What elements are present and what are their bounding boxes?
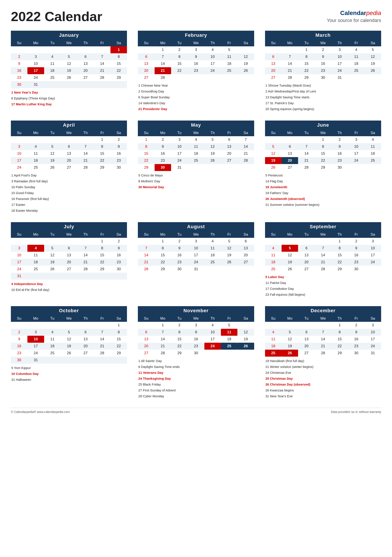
day-cell: 29: [111, 350, 127, 357]
day-cell: 7: [315, 329, 331, 336]
day-cell: [204, 350, 221, 357]
day-cell: 10: [331, 53, 348, 60]
day-cell: 19: [265, 157, 281, 164]
day-cell: 25: [365, 157, 381, 164]
day-cell: 10: [204, 53, 221, 60]
day-cell: 24: [348, 157, 364, 164]
dow-header: Su: [138, 40, 154, 46]
day-cell: 14: [298, 150, 315, 157]
day-cell: 24: [11, 164, 27, 171]
week-row: 20212223242526: [138, 343, 254, 350]
week-row: 23242526272829: [11, 74, 127, 81]
holiday-item: 20 Juneteenth (observed): [265, 196, 381, 202]
day-cell: 31: [188, 266, 204, 273]
day-cell: [61, 136, 77, 143]
day-cell: 29: [331, 350, 348, 357]
day-cell: [61, 46, 77, 53]
day-cell: [365, 266, 381, 273]
day-cell: 13: [265, 60, 281, 67]
day-cell: 21: [155, 67, 171, 74]
day-cell: 13: [237, 245, 254, 252]
day-cell: 10: [365, 329, 381, 336]
week-row: 2728: [138, 74, 254, 81]
day-cell: [298, 238, 315, 245]
dow-header: Th: [331, 130, 348, 136]
holiday-item: 26 Christmas Day (observed): [265, 381, 381, 387]
day-cell: 16: [315, 60, 331, 67]
day-cell: 28: [281, 74, 298, 81]
day-cell: 29: [111, 74, 127, 81]
day-cell: 11: [44, 336, 61, 343]
day-cell: 3: [331, 46, 348, 53]
holiday-item: 5 Cinco de Mayo: [138, 172, 254, 178]
week-row: 31: [11, 273, 127, 279]
cal-table-may: MaySuMoTuWeThFrSa12345678910111213141516…: [138, 121, 254, 171]
day-cell: 11: [204, 245, 221, 252]
holiday-item: 6 Daylight Saving Time ends: [138, 364, 254, 370]
day-cell: 9: [188, 329, 204, 336]
day-cell: 15: [171, 336, 188, 343]
holiday-item: 4 Independence Day: [11, 281, 127, 287]
day-cell: 13: [281, 150, 298, 157]
day-cell: 9: [11, 60, 27, 67]
day-cell: [44, 238, 61, 245]
dow-header: Tu: [171, 40, 188, 46]
dow-header: Mo: [281, 130, 298, 136]
day-cell: 26: [281, 266, 298, 273]
holiday-item: 5 Labor Day: [265, 274, 381, 280]
day-cell: 7: [94, 53, 111, 60]
day-cell: 23: [111, 157, 127, 164]
day-cell: 12: [237, 329, 254, 336]
dow-header: Tu: [44, 231, 61, 238]
day-cell: 16: [331, 150, 348, 157]
day-cell: 27: [237, 259, 254, 266]
day-cell: [237, 266, 254, 273]
dow-header: We: [315, 315, 331, 322]
day-cell: 7: [94, 329, 111, 336]
dow-header: Fr: [94, 40, 111, 46]
cal-table-august: AugustSuMoTuWeThFrSa12345678910111213141…: [138, 222, 254, 273]
week-row: 123456: [138, 238, 254, 245]
dow-header: Th: [77, 130, 94, 136]
day-cell: [138, 238, 154, 245]
day-cell: 14: [77, 150, 94, 157]
day-cell: 14: [281, 60, 298, 67]
day-cell: 23: [188, 343, 204, 350]
day-cell: 31: [27, 357, 44, 364]
dow-header: Fr: [221, 231, 237, 238]
day-cell: 28: [94, 350, 111, 357]
day-cell: 22: [94, 157, 111, 164]
day-cell: 29: [94, 164, 111, 171]
day-cell: 25: [188, 157, 204, 164]
day-cell: 13: [61, 150, 77, 157]
day-cell: 2: [348, 238, 364, 245]
day-cell: [265, 136, 281, 143]
dow-header: Th: [331, 315, 348, 322]
day-cell: [27, 322, 44, 329]
holiday-item: 21 Winter solstice (winter begins): [265, 364, 381, 370]
day-cell: 30: [331, 164, 348, 171]
day-cell: [237, 164, 254, 171]
dow-header: Tu: [298, 130, 315, 136]
day-cell: 14: [315, 252, 331, 259]
dow-header: Fr: [221, 40, 237, 46]
day-cell: 10: [365, 245, 381, 252]
dow-header: Sa: [111, 130, 127, 136]
day-cell: 3: [171, 136, 188, 143]
day-cell: 15: [331, 252, 348, 259]
week-row: 2345678: [11, 53, 127, 60]
week-row: 24252627282930: [11, 164, 127, 171]
dow-header: Sa: [111, 40, 127, 46]
dow-header: Sa: [365, 40, 381, 46]
day-cell: 5: [265, 143, 281, 150]
week-row: 17181920212223: [11, 259, 127, 266]
day-cell: 17: [11, 259, 27, 266]
week-row: 10111213141516: [11, 252, 127, 259]
holiday-item: 6 Epiphany (Three Kings Day): [11, 95, 127, 101]
week-row: 293031: [138, 164, 254, 171]
holiday-list: 1 Shrove Tuesday (Mardi Gras)2 Ash Wedne…: [265, 82, 381, 112]
cal-table-november: NovemberSuMoTuWeThFrSa123456789101112131…: [138, 306, 254, 357]
holiday-item: 17 Martin Luther King Day: [11, 101, 127, 107]
day-cell: 12: [204, 143, 221, 150]
day-cell: 9: [11, 336, 27, 343]
